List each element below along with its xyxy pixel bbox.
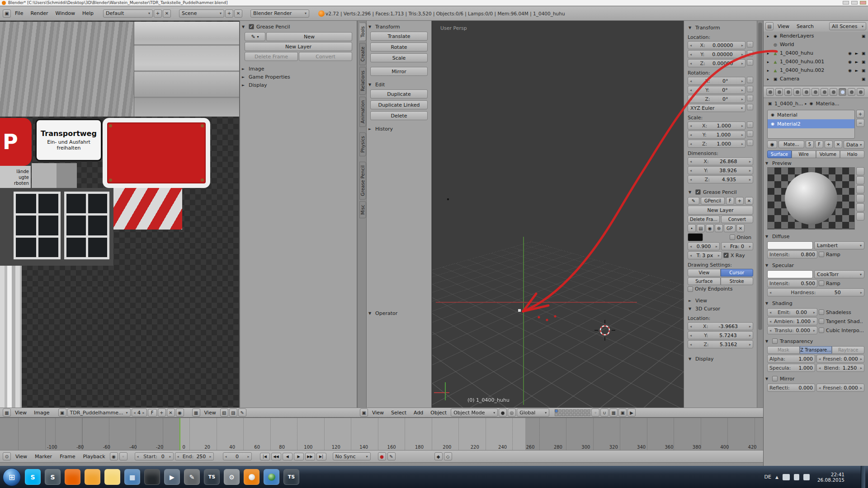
panel-display-header[interactable]: Display	[240, 81, 357, 89]
panel-image-header[interactable]: Image	[240, 65, 357, 73]
breadcrumb-material[interactable]: Materia...	[816, 101, 839, 107]
cursor-z-field[interactable]: Z:5.3162	[688, 340, 753, 348]
outliner-item-camera[interactable]: ▸▣ Camera ▣	[764, 75, 868, 83]
tab-relations[interactable]: Relations	[359, 67, 366, 95]
menu-file[interactable]: File	[12, 10, 26, 16]
panel-mirror-header[interactable]: Mirror	[764, 375, 868, 383]
restrict-render-icon[interactable]: ▣	[861, 51, 866, 56]
gp-layer-folder-icon[interactable]: ▤	[697, 224, 705, 232]
start-button[interactable]: ⊞	[3, 468, 21, 486]
taskbar-globe-icon[interactable]	[264, 469, 279, 485]
tab-physics[interactable]: Physics	[359, 132, 366, 156]
draw-cursor-button[interactable]: Cursor	[721, 269, 754, 277]
frame-end-field[interactable]: End:250	[175, 452, 214, 460]
timeline-editor-type-icon[interactable]: ⊙	[3, 452, 11, 460]
taskbar-settings-icon[interactable]: ⚙	[224, 469, 240, 485]
outliner-item-object-2[interactable]: ▸▲ 1_0400_huhu.001 ◉►▣	[764, 57, 868, 66]
taskbar-dark-sphere-app-icon[interactable]	[144, 469, 160, 485]
gp-frame-field[interactable]: Fra: 0	[721, 242, 753, 250]
material-users-button[interactable]: 5	[806, 141, 814, 148]
gp-new-layer-button[interactable]: New Layer	[245, 42, 352, 51]
add-screen-button[interactable]: +	[154, 9, 162, 18]
restrict-select-icon[interactable]: ►	[854, 60, 859, 64]
image-view-mode-icon[interactable]: ▦	[192, 408, 200, 417]
taskbar-skype-secondary-icon[interactable]: S	[45, 469, 61, 485]
material-type-wire[interactable]: Wire	[792, 150, 816, 158]
transparency-ztransp-button[interactable]: Z Transpare...	[800, 346, 832, 354]
lock-icon[interactable]: ◦	[747, 95, 753, 101]
timeline-menu-frame[interactable]: Frame	[57, 454, 78, 460]
menu-help[interactable]: Help	[79, 10, 97, 16]
tray-display-icon[interactable]	[783, 474, 790, 480]
eye-icon[interactable]: ◉	[847, 51, 853, 56]
outliner-display-mode[interactable]: All Scenes	[829, 22, 866, 30]
image-pin-icon[interactable]: ◉	[176, 408, 184, 417]
material-browse-button[interactable]: ◉	[767, 141, 777, 148]
alpha-slider[interactable]: Alpha:1.000	[767, 355, 815, 363]
panel-operator-header[interactable]: Operator	[367, 309, 431, 317]
onion-skin-checkbox[interactable]: Onion	[730, 233, 754, 241]
diffuse-ramp-checkbox[interactable]: Ramp	[819, 250, 864, 258]
gp-n-new-layer-button[interactable]: New Layer	[688, 206, 753, 215]
outliner-menu-view[interactable]: View	[774, 23, 793, 29]
view-menu[interactable]: View	[369, 410, 387, 416]
only-endpoints-checkbox[interactable]: Only Endpoints	[688, 286, 753, 292]
panel-edit-header[interactable]: Edit	[367, 80, 431, 89]
props-tab-texture[interactable]	[848, 88, 855, 96]
props-tab-material[interactable]	[839, 88, 846, 96]
cubic-interpolation-checkbox[interactable]: Cubic Interpo...	[819, 326, 864, 334]
scale-x-field[interactable]: X:1.000	[688, 122, 745, 130]
rotation-y-field[interactable]: Y:0°	[688, 86, 745, 94]
preview-cube-button[interactable]	[856, 185, 864, 193]
material-name-field[interactable]: Mate...	[778, 141, 804, 148]
lock-icon[interactable]: ◦	[747, 41, 753, 47]
gp-layer-eye-icon[interactable]: ◉	[706, 224, 714, 232]
screen-layout-selector[interactable]: Default	[103, 9, 153, 18]
cursor-x-field[interactable]: X:-3.9663	[688, 322, 753, 330]
mode-selector[interactable]: Object Mode	[451, 408, 498, 417]
outliner-item-renderlayers[interactable]: ▸◉ RenderLayers ▣	[764, 32, 868, 40]
gp-n-delete-frame-button[interactable]: Delete Fra...	[688, 216, 720, 223]
scale-button[interactable]: Scale	[370, 53, 428, 62]
layers-widget[interactable]	[555, 409, 590, 416]
tray-network-icon[interactable]	[803, 474, 810, 480]
location-z-field[interactable]: Z:0.00000	[688, 59, 745, 67]
timeline-strip[interactable]: -100-80-60-40-20020406080100120140160180…	[0, 418, 763, 450]
draw-surface-button[interactable]: Surface	[688, 277, 721, 285]
lock-icon[interactable]: ◦	[747, 104, 753, 110]
remove-material-slot-button[interactable]: −	[856, 119, 864, 127]
lock-icon[interactable]: ◦	[747, 122, 753, 128]
dimension-y-field[interactable]: Y:38.926	[688, 166, 753, 174]
panel-transform-n-header[interactable]: Transform	[687, 23, 754, 32]
panel-diffuse-header[interactable]: Diffuse	[764, 232, 868, 240]
diffuse-color-swatch[interactable]	[767, 241, 813, 249]
timeline-menu-playback[interactable]: Playback	[80, 454, 108, 460]
minimize-button[interactable]	[843, 1, 849, 5]
transform-orientation-selector[interactable]: Global	[517, 408, 549, 417]
render-opengl-anim-icon[interactable]: ▶	[627, 408, 636, 417]
gp-opacity-field[interactable]: 0.900	[688, 242, 720, 250]
gp-n-enable-checkbox[interactable]	[695, 189, 701, 195]
camera-data-icon[interactable]: ▣	[861, 77, 866, 81]
expander-icon[interactable]: ▸	[765, 60, 771, 64]
language-indicator[interactable]: DE	[764, 474, 771, 480]
lock-icon[interactable]: ◦	[747, 86, 753, 92]
play-button[interactable]: ▶	[294, 453, 304, 460]
panel-grease-pencil-n-header[interactable]: Grease Pencil	[687, 188, 754, 196]
image-menu-view[interactable]: View	[12, 410, 30, 416]
add-menu[interactable]: Add	[410, 410, 426, 416]
preview-sphere-button[interactable]	[856, 176, 864, 184]
expander-icon[interactable]: ▸	[765, 34, 771, 38]
image-datablock-selector[interactable]: TDR_Puddelhamme...	[67, 408, 131, 417]
channel-rgba-icon[interactable]: ▨	[229, 408, 237, 417]
panel-3d-cursor-header[interactable]: 3D Cursor	[687, 305, 754, 313]
taskbar-skype-icon[interactable]: S	[25, 469, 41, 485]
next-keyframe-button[interactable]: ▶▶	[305, 453, 315, 460]
add-material-slot-button[interactable]: +	[856, 110, 864, 118]
lock-icon[interactable]: ◦	[747, 50, 753, 56]
taskbar-explorer-icon[interactable]	[104, 469, 120, 485]
av-sync-selector[interactable]: No Sync	[333, 452, 371, 460]
props-tab-render[interactable]	[766, 88, 774, 96]
diffuse-shader-selector[interactable]: Lambert	[814, 241, 864, 249]
lock-icon[interactable]: ◦	[747, 77, 753, 83]
